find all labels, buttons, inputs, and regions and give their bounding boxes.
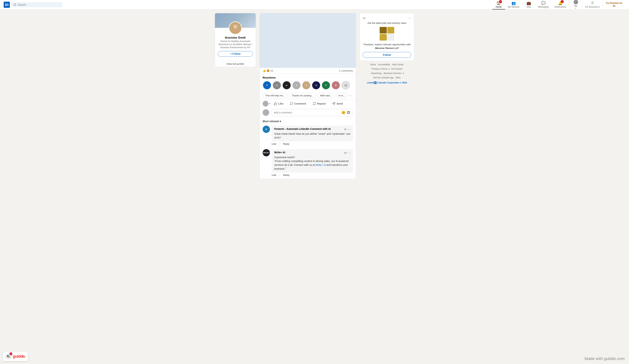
- reaction-avatar-1[interactable]: P: [263, 81, 271, 90]
- dropdown-arrow-icon[interactable]: ▾: [269, 102, 270, 105]
- follow-label: Follow: [232, 52, 240, 55]
- footer-getapp[interactable]: Get the LinkedIn app: [373, 76, 393, 79]
- nav-messaging[interactable]: 💬 Messaging: [535, 0, 551, 9]
- nav-premium[interactable]: Try Premium for $0: [603, 0, 625, 9]
- like-label: Like: [278, 102, 283, 105]
- reaction-tag-4[interactable]: In m...: [336, 93, 348, 98]
- reaction-avatar-3[interactable]: W+: [282, 81, 291, 90]
- comment-2: WRITE+ Write+ AI 4d ··· Impressive tools…: [260, 148, 356, 179]
- reaction-avatar-4[interactable]: S: [292, 81, 301, 90]
- reaction-tag-1[interactable]: This will help me...: [263, 93, 288, 98]
- footer-more[interactable]: More: [396, 76, 401, 79]
- reaction-avatar-8[interactable]: M: [331, 81, 340, 90]
- commenter-2-name[interactable]: Write+ AI: [274, 151, 285, 154]
- comment-input-wrap[interactable]: 😊 🖼: [271, 109, 353, 116]
- reactions-title: Reactions: [263, 76, 353, 79]
- nav-items: 🏠 7 Home 👥 My Network 💼 Jobs 💬 Messaging…: [492, 0, 625, 9]
- footer-adchoices[interactable]: Ad Choices: [391, 68, 402, 70]
- comment-label: Comment: [294, 102, 306, 105]
- comment-2-reply[interactable]: Reply: [283, 174, 289, 177]
- comment-button[interactable]: Comment: [287, 100, 309, 107]
- search-input[interactable]: [18, 3, 60, 6]
- me-avatar: T: [574, 0, 578, 4]
- nav-home[interactable]: 🏠 7 Home: [492, 0, 505, 9]
- commenter-1-name[interactable]: PowerIn - Automate LinkedIn Comment with…: [274, 127, 331, 130]
- send-button[interactable]: Send: [329, 100, 346, 107]
- premium-price: $0: [613, 5, 615, 8]
- comments-count[interactable]: 2 comments: [339, 69, 353, 72]
- comment-2-like[interactable]: Like: [272, 174, 277, 177]
- nav-jobs[interactable]: 💼 Jobs: [522, 0, 535, 9]
- reaction-tag-3[interactable]: Well said...: [317, 93, 334, 98]
- image-icon[interactable]: 🖼: [347, 111, 350, 114]
- comment-input[interactable]: [274, 111, 340, 114]
- search-icon: [13, 3, 16, 6]
- search-bar[interactable]: [11, 2, 62, 7]
- reaction-tags-chevron[interactable]: ›: [350, 94, 351, 97]
- ad-card: Ad ··· Get the latest jobs and industry …: [360, 13, 414, 61]
- view-profile-link[interactable]: View full profile: [215, 61, 256, 67]
- reaction-avatar-6[interactable]: A: [312, 81, 320, 90]
- comment-1-avatar[interactable]: P: [263, 126, 270, 133]
- footer-about[interactable]: About: [370, 63, 376, 66]
- footer-accessibility[interactable]: Accessibility: [378, 63, 390, 66]
- ad-logo-tile-1: [380, 27, 387, 33]
- messaging-icon: 💬: [541, 1, 546, 5]
- comment-2-header: Write+ AI 4d ···: [274, 151, 350, 155]
- reaction-tag-2[interactable]: Thanks for posting...: [289, 93, 316, 98]
- writeai-link[interactable]: Write+ AI: [315, 164, 326, 166]
- post-image: [260, 13, 356, 68]
- comment-1-more-icon[interactable]: ···: [348, 127, 350, 131]
- footer-business-services[interactable]: Business Services: [384, 72, 402, 75]
- avatar[interactable]: [229, 21, 242, 35]
- comment-1-like[interactable]: Like: [272, 143, 277, 146]
- follow-button[interactable]: + Follow: [218, 51, 253, 57]
- ad-follow-button[interactable]: Follow: [363, 52, 411, 58]
- linkedin-logo-text: Linkedin: [367, 82, 377, 84]
- nav-mynetwork[interactable]: 👥 My Network: [505, 0, 522, 9]
- comment-user-avatar: [263, 109, 269, 116]
- most-relevant-bar[interactable]: Most relevant ▾: [260, 118, 356, 124]
- nav-mynetwork-label: My Network: [508, 6, 519, 8]
- linkedin-logo[interactable]: in: [4, 2, 10, 8]
- nav-messaging-label: Messaging: [538, 6, 549, 8]
- comment-1-meta: 4h ···: [344, 127, 350, 131]
- emoji-icon[interactable]: 😊: [341, 110, 345, 114]
- comment-2-time: 4d: [344, 152, 346, 154]
- grid-icon: ⠿: [591, 1, 594, 5]
- footer-advertising[interactable]: Advertising: [371, 72, 381, 75]
- comment-2-body: Write+ AI 4d ··· Impressive tools!!! "Fr…: [272, 149, 353, 177]
- nav-for-business[interactable]: ⠿ For Business ▾: [582, 0, 603, 9]
- plus-icon: +: [230, 52, 232, 55]
- comment-1-time: 4h: [344, 128, 346, 131]
- reaction-count[interactable]: 👍 🤩 10: [263, 69, 273, 72]
- ad-more-icon[interactable]: ···: [408, 16, 411, 20]
- comment-2-more-icon[interactable]: ···: [348, 151, 350, 155]
- notifications-badge: 1: [561, 0, 564, 3]
- made-with: Made with guidde.com: [585, 356, 625, 361]
- profile-info: Branislav Šmidt Partner for Building Suc…: [215, 35, 256, 60]
- comment-1-text: Great cheat sheet! How do you define "sm…: [274, 132, 350, 140]
- home-badge: 7: [499, 0, 502, 3]
- repost-button[interactable]: Repost: [310, 100, 328, 107]
- notifications-icon: 🔔 1: [558, 1, 563, 5]
- footer-helpcenter[interactable]: Help Center: [392, 63, 404, 66]
- comment-1-reply[interactable]: Reply: [283, 143, 289, 146]
- footer-links: About Accessibility Help Center Privacy …: [360, 62, 414, 85]
- nav-notifications-label: Notifications: [554, 6, 566, 8]
- reaction-avatar-7[interactable]: P: [321, 81, 330, 90]
- reaction-avatar-2[interactable]: G: [273, 81, 281, 90]
- guidde-badge-count: 17: [9, 352, 12, 355]
- mynetwork-icon: 👥: [511, 1, 516, 5]
- nav-me[interactable]: T Me ▾: [570, 0, 582, 9]
- nav-notifications[interactable]: 🔔 1 Notifications: [551, 0, 569, 9]
- comment-1-card: PowerIn - Automate LinkedIn Comment with…: [272, 126, 353, 141]
- reaction-avatar-5[interactable]: J: [302, 81, 311, 90]
- send-label: Send: [336, 102, 343, 105]
- comment-2-avatar[interactable]: WRITE+: [263, 149, 270, 156]
- plus-more[interactable]: +2: [341, 81, 350, 90]
- like-button[interactable]: Like: [271, 100, 286, 107]
- guidde-badge[interactable]: 🎭 17 guidde.: [3, 352, 28, 361]
- footer-privacy[interactable]: Privacy & Terms: [372, 68, 387, 70]
- guidde-name: guidde.: [13, 354, 26, 359]
